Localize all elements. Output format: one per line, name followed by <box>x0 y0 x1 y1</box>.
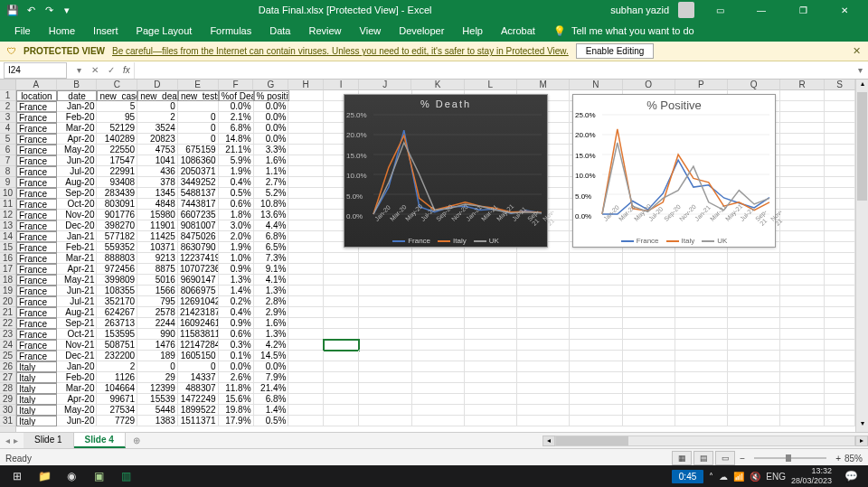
cell[interactable]: 624267 <box>97 307 137 318</box>
page-layout-view-button[interactable]: ▤ <box>693 451 713 465</box>
cell[interactable] <box>825 340 855 351</box>
ribbon-tab-view[interactable]: View <box>351 20 391 42</box>
cell[interactable] <box>780 394 825 405</box>
cell[interactable]: Jan-20 <box>57 101 98 112</box>
cell[interactable]: 3449252 <box>178 177 219 188</box>
normal-view-button[interactable]: ▦ <box>672 451 692 465</box>
cell[interactable]: Feb-21 <box>57 242 98 253</box>
cell[interactable] <box>675 383 728 394</box>
cell[interactable]: France <box>16 199 57 210</box>
cell[interactable]: 0.0% <box>254 123 289 134</box>
row-header[interactable]: 30 <box>0 405 15 416</box>
scroll-thumb[interactable] <box>857 92 867 201</box>
row-header[interactable]: 19 <box>0 286 15 296</box>
cell[interactable]: 3.3% <box>254 145 289 155</box>
column-header-cell[interactable]: location <box>16 90 57 101</box>
ribbon-tab-page-layout[interactable]: Page Layout <box>127 20 202 42</box>
cell[interactable] <box>359 394 411 405</box>
cell[interactable] <box>825 123 855 134</box>
cell[interactable]: 0.4% <box>219 307 254 318</box>
cell[interactable] <box>570 351 622 361</box>
cell[interactable] <box>288 329 324 340</box>
cell[interactable] <box>780 286 825 296</box>
page-break-view-button[interactable]: ▭ <box>715 451 735 465</box>
cell[interactable] <box>412 361 465 372</box>
taskbar-clock[interactable]: 13:32 28/03/2023 <box>791 466 837 486</box>
cell[interactable]: May-21 <box>57 275 98 286</box>
cell[interactable]: 1.9% <box>219 242 254 253</box>
cell[interactable] <box>780 264 825 275</box>
row-header[interactable]: 12 <box>0 210 15 220</box>
cell[interactable]: Feb-20 <box>57 112 98 123</box>
row-header[interactable]: 25 <box>0 351 15 361</box>
cell[interactable] <box>288 394 324 405</box>
cell[interactable]: 0.0% <box>254 134 289 145</box>
cell[interactable] <box>570 340 622 351</box>
cell[interactable] <box>623 340 675 351</box>
cell[interactable]: 0 <box>178 134 219 145</box>
cell[interactable] <box>324 340 359 351</box>
vertical-scrollbar[interactable]: ▴ ▾ <box>855 80 868 432</box>
cell[interactable] <box>288 307 324 318</box>
row-header[interactable]: 23 <box>0 329 15 340</box>
cell[interactable]: 5448 <box>137 405 178 416</box>
column-header-cell[interactable]: % positive <box>254 90 289 101</box>
cell[interactable] <box>675 286 728 296</box>
cell[interactable] <box>728 372 780 383</box>
cell[interactable]: France <box>16 177 57 188</box>
cell[interactable]: 10707236 <box>178 264 219 275</box>
cell[interactable] <box>517 361 570 372</box>
cell[interactable] <box>359 361 411 372</box>
cell[interactable] <box>465 340 517 351</box>
cell[interactable]: 153595 <box>97 329 137 340</box>
cell[interactable]: 5.9% <box>219 155 254 166</box>
cell[interactable]: France <box>16 318 57 329</box>
column-header[interactable]: N <box>570 80 622 90</box>
zoom-level[interactable]: 85% <box>844 454 863 464</box>
cell[interactable] <box>825 405 855 416</box>
ribbon-tab-file[interactable]: File <box>5 20 40 42</box>
cell[interactable] <box>324 275 359 286</box>
cell[interactable]: Mar-20 <box>57 383 98 394</box>
cell[interactable]: 99671 <box>97 394 137 405</box>
cell[interactable]: 108355 <box>97 286 137 296</box>
cell[interactable] <box>465 394 517 405</box>
cell[interactable] <box>780 134 825 145</box>
column-header[interactable]: S <box>825 80 855 90</box>
cell[interactable]: 140289 <box>97 134 137 145</box>
cell[interactable]: Jul-20 <box>57 166 98 177</box>
cell[interactable] <box>623 405 675 416</box>
cell[interactable]: 1086360 <box>178 155 219 166</box>
cell[interactable] <box>359 383 411 394</box>
cell[interactable]: 15.6% <box>219 394 254 405</box>
cell[interactable] <box>780 123 825 134</box>
cell[interactable]: 2 <box>137 112 178 123</box>
cell[interactable] <box>288 188 324 199</box>
row-header[interactable]: 14 <box>0 231 15 242</box>
cell[interactable]: 2244 <box>137 318 178 329</box>
cell[interactable] <box>825 394 855 405</box>
cell[interactable]: 1126 <box>97 372 137 383</box>
cell[interactable] <box>324 307 359 318</box>
cell[interactable]: 22550 <box>97 145 137 155</box>
cell[interactable]: 1.1% <box>254 166 289 177</box>
row-header[interactable]: 29 <box>0 394 15 405</box>
cell[interactable]: 1041 <box>137 155 178 166</box>
cell[interactable]: Italy <box>16 405 57 416</box>
cell[interactable] <box>780 318 825 329</box>
cell[interactable] <box>359 307 411 318</box>
tray-chevron-icon[interactable]: ˄ <box>709 472 713 482</box>
cell[interactable] <box>517 405 570 416</box>
chart-percent-positive[interactable]: % Positive Jan-20Mar-20May-20Jul-20Sep-2… <box>572 94 776 248</box>
cell[interactable]: Apr-21 <box>57 264 98 275</box>
cell[interactable] <box>465 275 517 286</box>
cell[interactable]: 12147284 <box>178 340 219 351</box>
cell[interactable] <box>623 351 675 361</box>
cell[interactable] <box>675 264 728 275</box>
cell[interactable]: 559352 <box>97 242 137 253</box>
cell[interactable] <box>465 253 517 264</box>
select-all-corner[interactable] <box>0 80 15 90</box>
cell[interactable] <box>675 307 728 318</box>
cell[interactable]: 1472249 <box>178 394 219 405</box>
cell[interactable] <box>780 145 825 155</box>
